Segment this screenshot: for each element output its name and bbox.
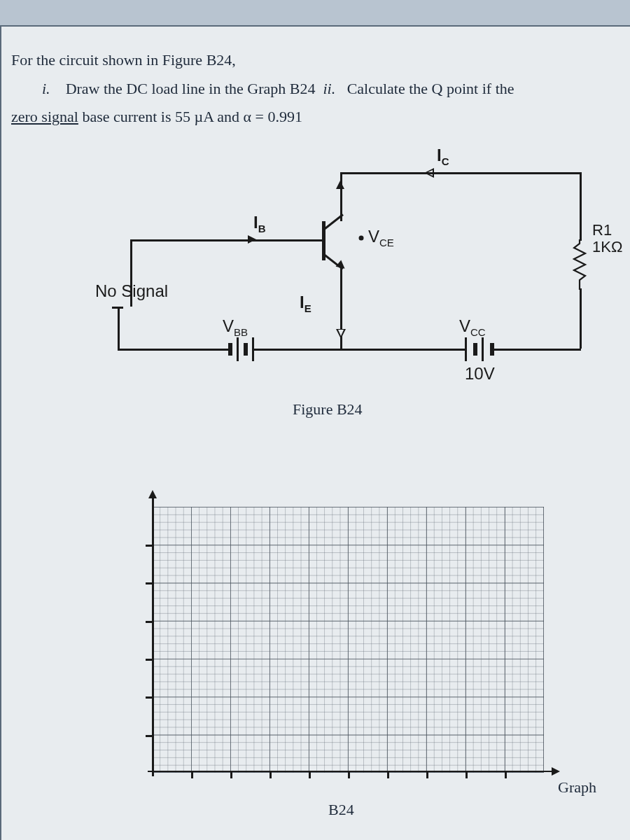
label-vcc: VCC [459, 316, 486, 338]
circuit-diagram: IC R1 1KΩ VCE IB [88, 144, 606, 424]
question-block: For the circuit shown in Figure B24, i. … [11, 46, 624, 132]
question-line2: i. Draw the DC load line in the Graph B2… [11, 75, 624, 104]
ib-arrow-icon [248, 235, 256, 244]
question-line3: zero signal base current is 55 µA and α … [11, 103, 624, 132]
label-vce: VCE [368, 227, 394, 248]
label-ic: IC [437, 146, 449, 167]
x-axis [148, 771, 554, 773]
figure-caption: Figure B24 [293, 400, 363, 419]
resistor-icon [573, 239, 588, 290]
graph-grid [152, 507, 544, 773]
label-r1: R1 [592, 221, 612, 239]
label-vcc-value: 10V [465, 364, 495, 384]
y-axis-arrow-icon [148, 490, 157, 498]
ie-arrow-icon [336, 329, 346, 339]
graph-label-bottom: B24 [328, 801, 354, 819]
graph-area: Graph B24 [152, 507, 565, 794]
label-ib: IB [253, 213, 266, 234]
label-vbb: VBB [223, 316, 248, 338]
item-marker-i: i. [42, 80, 50, 97]
graph-label-right: Graph [558, 778, 596, 797]
x-axis-arrow-icon [552, 767, 560, 776]
y-axis [152, 496, 154, 776]
collector-up-arrow-icon [336, 181, 344, 189]
label-ie: IE [300, 293, 312, 314]
vce-node [359, 236, 364, 241]
item-marker-ii: ii. [323, 80, 335, 97]
question-line1: For the circuit shown in Figure B24, [11, 46, 624, 75]
line3b: base current is 55 µA and α = 0.991 [78, 108, 302, 125]
label-no-signal: No Signal [95, 281, 168, 301]
zero-signal-text: zero signal [11, 108, 78, 125]
line2b: Calculate the Q point if the [347, 80, 514, 97]
line2a: Draw the DC load line in the Graph B24 [66, 80, 316, 97]
page: For the circuit shown in Figure B24, i. … [0, 25, 630, 840]
label-r1-value: 1KΩ [592, 238, 622, 256]
